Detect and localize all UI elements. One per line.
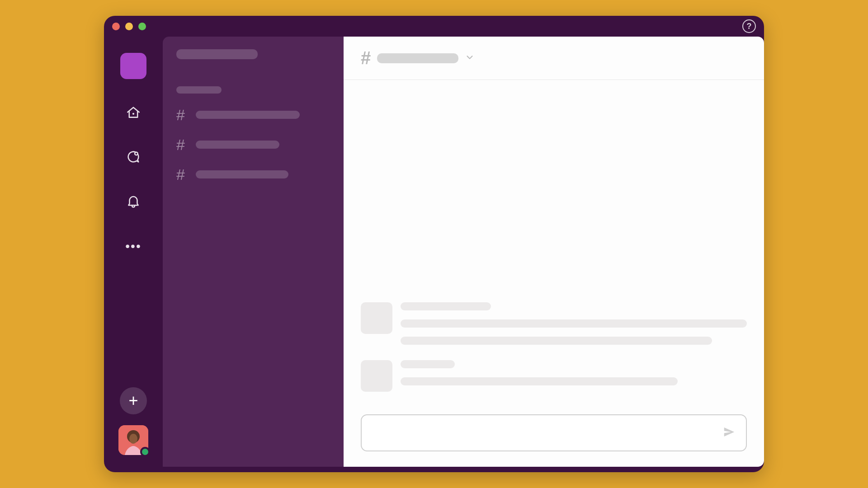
channel-name	[377, 53, 458, 63]
more-icon: •••	[125, 239, 141, 253]
message-author	[401, 360, 455, 368]
sidebar-channel-item[interactable]: #	[176, 137, 330, 152]
nav-dms[interactable]	[125, 150, 142, 166]
create-new-button[interactable]: +	[120, 387, 147, 414]
message-text-line	[401, 377, 678, 385]
send-icon	[722, 425, 736, 439]
dm-icon	[126, 149, 141, 166]
message-input[interactable]	[372, 428, 722, 438]
message-item[interactable]	[361, 302, 747, 345]
bell-icon	[126, 193, 141, 211]
hash-icon: #	[176, 137, 185, 152]
user-avatar[interactable]	[118, 425, 148, 455]
workspace-name[interactable]	[176, 49, 258, 59]
hash-icon: #	[176, 167, 185, 182]
traffic-lights	[112, 23, 146, 30]
send-button[interactable]	[722, 425, 736, 441]
app-window: ?	[104, 16, 764, 472]
hash-icon: #	[361, 48, 371, 68]
message-avatar	[361, 360, 392, 392]
message-composer[interactable]	[361, 414, 747, 451]
nav-activity[interactable]	[125, 194, 142, 210]
message-avatar	[361, 302, 392, 334]
titlebar: ?	[104, 16, 764, 37]
channel-sidebar: # # #	[163, 37, 344, 467]
help-button[interactable]: ?	[742, 19, 756, 33]
svg-point-1	[135, 152, 138, 155]
composer-area	[344, 407, 764, 467]
sidebar-section-label[interactable]	[176, 86, 222, 94]
window-minimize-button[interactable]	[125, 23, 133, 30]
channel-name	[196, 141, 279, 149]
hash-icon: #	[176, 107, 185, 122]
main-content: #	[344, 37, 764, 467]
help-icon: ?	[747, 22, 752, 31]
channel-header[interactable]: #	[344, 37, 764, 80]
sidebar-channel-item[interactable]: #	[176, 107, 330, 122]
channel-name	[196, 170, 288, 178]
workspace-switcher[interactable]	[120, 53, 146, 79]
presence-indicator	[140, 447, 150, 457]
window-close-button[interactable]	[112, 23, 120, 30]
message-item[interactable]	[361, 360, 747, 392]
sidebar-channel-item[interactable]: #	[176, 167, 330, 182]
nav-rail: ••• +	[104, 37, 163, 467]
plus-icon: +	[128, 391, 138, 410]
message-list	[344, 80, 764, 407]
message-author	[401, 302, 491, 310]
channel-name	[196, 111, 300, 119]
window-zoom-button[interactable]	[138, 23, 146, 30]
home-icon	[126, 105, 141, 122]
nav-home[interactable]	[125, 105, 142, 122]
nav-more[interactable]: •••	[125, 238, 142, 254]
message-text-line	[401, 319, 747, 328]
message-text-line	[401, 337, 712, 345]
svg-point-4	[129, 434, 137, 444]
app-body: ••• +	[104, 37, 764, 472]
chevron-down-icon	[465, 52, 475, 64]
svg-point-0	[133, 113, 134, 114]
